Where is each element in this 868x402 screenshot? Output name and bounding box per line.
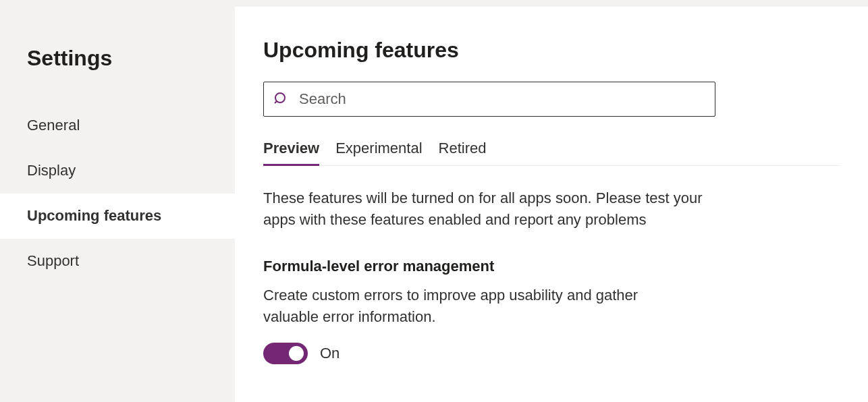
- svg-point-0: [275, 93, 285, 103]
- feature-title: Formula-level error management: [263, 258, 840, 275]
- sidebar-item-display[interactable]: Display: [0, 148, 235, 194]
- sidebar-item-general[interactable]: General: [0, 103, 235, 148]
- top-spacer: [0, 0, 868, 7]
- svg-line-1: [275, 101, 277, 103]
- page-title: Upcoming features: [263, 38, 840, 63]
- main-panel: Upcoming features Preview Experimental R…: [235, 7, 868, 402]
- sidebar-item-upcoming-features[interactable]: Upcoming features: [0, 194, 235, 239]
- feature-toggle[interactable]: [263, 343, 308, 364]
- toggle-knob: [289, 346, 304, 361]
- tab-description: These features will be turned on for all…: [263, 188, 709, 231]
- feature-description: Create custom errors to improve app usab…: [263, 285, 695, 328]
- search-input[interactable]: [299, 90, 705, 108]
- search-icon: [273, 91, 290, 107]
- feature-toggle-row: On: [263, 343, 840, 364]
- sidebar-item-support[interactable]: Support: [0, 239, 235, 284]
- tabs: Preview Experimental Retired: [263, 140, 840, 166]
- settings-sidebar: Settings General Display Upcoming featur…: [0, 7, 235, 402]
- sidebar-title: Settings: [0, 46, 235, 103]
- feature-toggle-label: On: [320, 345, 340, 362]
- tab-retired[interactable]: Retired: [439, 140, 487, 165]
- tab-experimental[interactable]: Experimental: [335, 140, 422, 165]
- tab-preview[interactable]: Preview: [263, 140, 319, 166]
- layout: Settings General Display Upcoming featur…: [0, 7, 868, 402]
- search-field[interactable]: [263, 82, 715, 117]
